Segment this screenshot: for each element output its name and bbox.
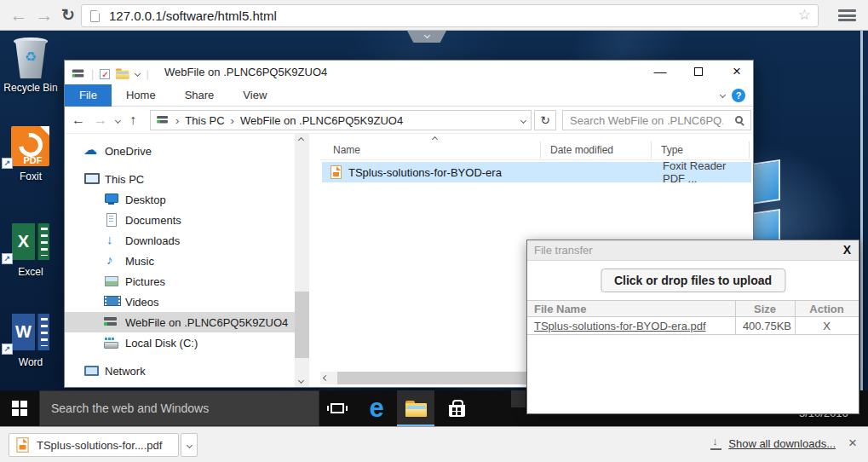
upload-button[interactable]: Click or drop files to upload — [601, 269, 785, 292]
taskbar-search-box[interactable] — [39, 390, 319, 426]
start-button[interactable] — [0, 390, 39, 426]
downloads-bar-close-button[interactable]: × — [848, 435, 857, 452]
shortcut-arrow-icon — [2, 344, 13, 355]
network-drive-icon — [72, 68, 84, 79]
properties-check-icon[interactable] — [100, 69, 110, 79]
maximize-button[interactable] — [685, 61, 712, 83]
column-header-type[interactable]: Type — [661, 144, 683, 156]
sidebar-item-icon — [104, 274, 119, 288]
breadcrumb-separator: › — [231, 114, 234, 127]
scroll-down-icon[interactable] — [298, 378, 304, 384]
taskbar-search-input[interactable] — [51, 391, 298, 425]
sidebar-item[interactable]: WebFile on .PLNC6PQ5K9ZUO4 — [65, 312, 295, 332]
breadcrumb-item-this-pc[interactable]: This PC — [185, 114, 224, 127]
sidebar-item[interactable]: Desktop — [65, 189, 295, 210]
windows-logo-icon — [12, 401, 19, 407]
task-view-button[interactable] — [319, 390, 356, 426]
ribbon-tabs: File Home Share View — [65, 84, 753, 107]
column-header-name[interactable]: Name — [333, 144, 360, 156]
browser-refresh-icon[interactable]: ↻ — [56, 3, 80, 27]
download-item-label: TSplus-solutions-for....pdf — [37, 439, 162, 452]
help-icon[interactable] — [732, 89, 745, 102]
ribbon-tab-label: Home — [126, 89, 156, 101]
desktop-icon-label: Foxit — [2, 170, 60, 182]
ribbon-tab[interactable]: View — [228, 84, 281, 107]
browser-address-bar[interactable]: ☆ — [81, 4, 819, 27]
sidebar-item[interactable]: This PC — [65, 169, 295, 189]
recycle-bin-icon — [2, 36, 60, 80]
scroll-up-icon[interactable] — [298, 137, 304, 143]
upload-column-size: Size — [735, 303, 795, 315]
downloads-bar-right: Show all downloads... — [710, 437, 836, 450]
nav-history-chevron-icon[interactable] — [115, 118, 121, 124]
address-dropdown-icon[interactable] — [520, 117, 526, 123]
ribbon-tab[interactable]: File — [65, 84, 112, 107]
folder-icon — [405, 401, 427, 417]
sidebar-item-icon — [83, 172, 99, 186]
sidebar-item[interactable]: Documents — [65, 210, 295, 230]
browser-menu-icon[interactable] — [838, 9, 856, 21]
uploaded-file-link[interactable]: TSplus-solutions-for-BYOD-era.pdf — [534, 320, 706, 332]
download-icon — [710, 438, 721, 450]
explorer-titlebar[interactable]: | | WebFile on .PLNC6PQ5K9ZUO4 — × — [65, 61, 753, 84]
download-item-button[interactable]: TSplus-solutions-for....pdf — [9, 433, 179, 457]
desktop-icon-excel[interactable]: Excel — [2, 220, 60, 278]
file-name: TSplus-solutions-for-BYOD-era — [348, 166, 502, 179]
remove-upload-button[interactable]: X — [795, 320, 859, 332]
store-button[interactable] — [438, 390, 475, 426]
sidebar-scrollbar[interactable] — [295, 134, 309, 387]
explorer-search-input[interactable] — [570, 113, 723, 128]
scrollbar-thumb[interactable] — [295, 292, 309, 358]
sidebar-item[interactable]: Network — [65, 361, 295, 381]
breadcrumb-item-webfile[interactable]: WebFile on .PLNC6PQ5K9ZUO4 — [240, 114, 403, 127]
file-row-selected[interactable]: TSplus-solutions-for-BYOD-era Foxit Read… — [322, 162, 751, 182]
tray-icon[interactable] — [511, 390, 526, 407]
column-header-date-modified[interactable]: Date modified — [550, 144, 613, 156]
file-explorer-button[interactable] — [397, 390, 434, 426]
dialog-titlebar[interactable]: File transfer X — [527, 240, 859, 261]
sidebar-item[interactable]: Pictures — [65, 271, 295, 292]
download-item-menu-button[interactable] — [181, 433, 198, 457]
ribbon-tab[interactable]: Home — [112, 84, 170, 107]
desktop-icon-label: Word — [2, 356, 60, 368]
edge-browser-button[interactable] — [358, 390, 395, 426]
pdf-file-icon — [16, 437, 28, 453]
nav-forward-icon[interactable]: → — [94, 113, 107, 128]
show-all-downloads-link[interactable]: Show all downloads... — [728, 437, 836, 450]
desktop-icon-recycle-bin[interactable]: Recycle Bin — [2, 36, 60, 94]
breadcrumb[interactable]: › This PC › WebFile on .PLNC6PQ5K9ZUO4 — [150, 110, 532, 130]
folder-icon[interactable] — [116, 69, 124, 79]
desktop-icon-word[interactable]: Word — [2, 310, 60, 368]
sidebar-item[interactable]: Music — [65, 251, 295, 271]
chevron-down-icon[interactable] — [135, 71, 141, 77]
browser-back-icon[interactable]: ← — [7, 3, 31, 27]
scroll-left-icon[interactable] — [323, 375, 329, 381]
upload-table-rows: TSplus-solutions-for-BYOD-era.pdf 400.75… — [527, 318, 859, 335]
address-refresh-icon[interactable]: ↻ — [534, 110, 556, 130]
dialog-close-button[interactable]: X — [843, 243, 851, 257]
bookmark-star-icon[interactable]: ☆ — [798, 6, 811, 24]
ribbon-tab[interactable]: Share — [170, 84, 229, 107]
uploaded-file-size: 400.75KB — [735, 320, 791, 332]
task-view-icon — [331, 403, 344, 413]
sidebar-item[interactable]: OneDrive — [65, 141, 295, 161]
upload-column-action: Action — [795, 303, 859, 315]
sidebar-item[interactable]: Downloads — [65, 230, 295, 251]
explorer-search-box[interactable] — [562, 110, 751, 130]
network-drive-icon — [157, 115, 169, 125]
desktop-icon-foxit[interactable]: Foxit — [2, 124, 60, 182]
ribbon-tab-label: Share — [185, 89, 215, 101]
sidebar-item[interactable]: Local Disk (C:) — [65, 332, 295, 353]
url-input[interactable] — [109, 5, 552, 26]
sidebar-item-icon — [83, 364, 99, 378]
sidebar-item-label: OneDrive — [105, 145, 152, 158]
close-button[interactable]: × — [723, 61, 750, 83]
browser-forward-icon[interactable]: → — [32, 3, 56, 27]
minimize-button[interactable]: — — [647, 61, 674, 83]
nav-back-icon[interactable]: ← — [72, 113, 85, 128]
fullscreen-pull-tab[interactable] — [407, 31, 446, 43]
sidebar-item-label: Videos — [125, 296, 159, 309]
chevron-down-icon — [186, 442, 192, 448]
nav-up-icon[interactable]: ↑ — [129, 113, 136, 128]
sidebar-item[interactable]: Videos — [65, 292, 295, 312]
